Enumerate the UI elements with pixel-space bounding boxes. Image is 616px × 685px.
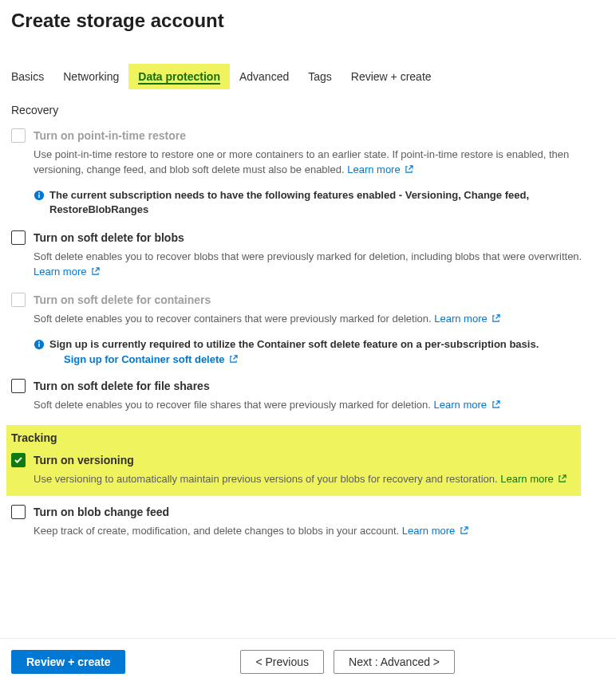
option-label: Turn on versioning	[34, 452, 576, 468]
section-heading-tracking: Tracking	[11, 431, 576, 444]
next-button[interactable]: Next : Advanced >	[334, 650, 455, 674]
option-desc: Soft delete enables you to recover file …	[34, 397, 605, 412]
svg-point-5	[38, 341, 40, 343]
option-desc: Soft delete enables you to recover blobs…	[34, 249, 605, 279]
learn-more-link[interactable]: Learn more	[402, 525, 468, 537]
info-icon	[34, 190, 45, 201]
footer: Review + create < Previous Next : Advanc…	[0, 638, 616, 685]
option-label: Turn on blob change feed	[34, 504, 605, 520]
tab-basics[interactable]: Basics	[11, 64, 44, 89]
option-desc: Keep track of create, modification, and …	[34, 523, 605, 538]
learn-more-link[interactable]: Learn more	[347, 163, 413, 175]
learn-more-link[interactable]: Learn more	[434, 399, 500, 411]
checkbox-soft-delete-blobs[interactable]	[11, 230, 26, 245]
tab-data-protection[interactable]: Data protection	[128, 64, 230, 89]
checkbox-point-in-time	[11, 128, 26, 143]
info-icon	[34, 339, 45, 350]
tab-networking[interactable]: Networking	[63, 64, 119, 89]
external-link-icon	[558, 474, 567, 483]
learn-more-link[interactable]: Learn more	[34, 266, 100, 278]
external-link-icon	[460, 526, 468, 535]
info-message: The current subscription needs to have t…	[34, 188, 605, 217]
option-soft-delete-blobs: Turn on soft delete for blobs	[11, 230, 605, 246]
learn-more-link[interactable]: Learn more	[434, 313, 500, 325]
checkbox-versioning[interactable]	[11, 453, 26, 467]
option-soft-delete-file-shares: Turn on soft delete for file shares	[11, 378, 605, 394]
review-create-button[interactable]: Review + create	[11, 650, 125, 674]
section-heading-recovery: Recovery	[11, 104, 605, 116]
tracking-highlight: Tracking Turn on versioning Use versioni…	[6, 425, 581, 496]
option-desc: Use point-in-time restore to restore one…	[34, 147, 605, 177]
checkbox-soft-delete-containers	[11, 293, 26, 307]
checkbox-blob-change-feed[interactable]	[11, 505, 26, 519]
tab-review-create[interactable]: Review + create	[351, 64, 432, 89]
option-desc: Soft delete enables you to recover conta…	[34, 311, 605, 326]
svg-rect-1	[38, 195, 39, 198]
page-title: Create storage account	[11, 10, 605, 32]
external-link-icon	[492, 400, 500, 409]
info-message: Sign up is currently required to utilize…	[34, 337, 605, 365]
external-link-icon	[229, 355, 238, 364]
learn-more-link[interactable]: Learn more	[500, 473, 567, 485]
option-blob-change-feed: Turn on blob change feed	[11, 504, 605, 520]
external-link-icon	[492, 314, 500, 323]
tab-advanced[interactable]: Advanced	[239, 64, 289, 89]
previous-button[interactable]: < Previous	[240, 650, 324, 674]
option-soft-delete-containers: Turn on soft delete for containers	[11, 292, 605, 308]
check-icon	[14, 455, 23, 465]
option-label: Turn on soft delete for containers	[34, 292, 605, 308]
option-label: Turn on soft delete for file shares	[34, 378, 605, 394]
signup-container-soft-delete-link[interactable]: Sign up for Container soft delete	[64, 353, 238, 365]
option-label: Turn on point-in-time restore	[34, 128, 605, 144]
svg-rect-4	[38, 344, 39, 347]
tab-tags[interactable]: Tags	[308, 64, 332, 89]
external-link-icon	[405, 165, 413, 174]
option-label: Turn on soft delete for blobs	[34, 230, 605, 246]
svg-point-2	[38, 192, 40, 194]
external-link-icon	[91, 267, 100, 276]
option-versioning: Turn on versioning	[11, 452, 576, 468]
tabs: Basics Networking Data protection Advanc…	[11, 64, 605, 89]
checkbox-soft-delete-file-shares[interactable]	[11, 379, 26, 393]
option-desc: Use versioning to automatically maintain…	[34, 471, 576, 486]
option-point-in-time: Turn on point-in-time restore	[11, 128, 605, 144]
